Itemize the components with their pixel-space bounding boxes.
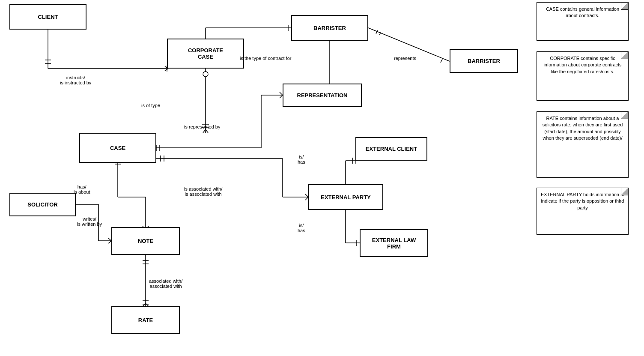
relation-is-has-external-client: is/has [298,154,305,165]
entity-client: CLIENT [9,4,86,30]
entity-external-law-firm-label: EXTERNAL LAW FIRM [372,237,416,250]
relation-writes: writes/is written by [77,216,102,227]
entity-barrister: BARRISTER [450,49,518,73]
entity-corporate-label: BARRISTER [313,25,346,31]
relation-associated-note-rate: associated with/associated with [149,278,182,289]
entity-representation-label: REPRESENTATION [297,92,348,99]
relation-is-has-external-law: is/has [298,223,305,233]
note-external-party: EXTERNAL PARTY holds information to indi… [537,188,629,235]
entity-client-label: CLIENT [38,14,58,20]
relation-type-of-contract: is the type of contract for [240,56,291,61]
svg-line-63 [108,238,111,241]
entity-external-client-label: EXTERNAL CLIENT [366,146,417,152]
svg-line-32 [280,95,283,98]
entity-external-law-firm: EXTERNAL LAW FIRM [360,229,428,257]
entity-representation: REPRESENTATION [283,84,362,107]
svg-line-12 [203,129,206,133]
relation-represents: represents [394,56,416,61]
relation-is-represented-by: is represented by [184,124,220,129]
note-external-party-text: EXTERNAL PARTY holds information to indi… [541,192,624,210]
entity-external-party: EXTERNAL PARTY [308,184,383,210]
entity-corporate-case-label: CORPORATE CASE [188,47,223,60]
note-corporate: CORPORATE contains specific information … [537,51,629,101]
relation-is-of-type: is of type [141,103,160,108]
entity-note-label: NOTE [138,238,153,244]
svg-line-71 [146,303,149,306]
note-corporate-text: CORPORATE contains specific information … [543,56,621,74]
relation-instructs: instructs/is instructed by [60,75,91,85]
entity-corporate-case: CORPORATE CASE [167,39,244,69]
note-case: CASE contains general information about … [537,2,629,41]
entity-solicitor-label: SOLICITOR [27,201,58,208]
svg-line-70 [143,303,146,306]
svg-line-39 [305,197,308,200]
entity-case-label: CASE [110,145,125,151]
svg-point-9 [203,72,208,77]
entity-rate: RATE [111,306,180,334]
entity-corporate: BARRISTER [291,15,368,41]
entity-external-party-label: EXTERNAL PARTY [321,194,371,200]
svg-line-31 [280,92,283,95]
note-case-text: CASE contains general information about … [546,6,619,18]
relation-has-is-about: has/is about [74,184,90,194]
entity-solicitor: SOLICITOR [9,193,76,216]
entity-note: NOTE [111,227,180,255]
relation-is-associated-with: is associated with/is associated with [184,186,222,197]
note-rate-text: RATE contains information about a solici… [543,116,623,141]
entity-rate-label: RATE [138,317,153,323]
diagram-container: CLIENT CORPORATE CASE BARRISTER BARRISTE… [0,0,644,356]
note-rate: RATE contains information about a solici… [537,111,629,178]
svg-line-64 [108,241,111,243]
svg-line-38 [305,194,308,197]
entity-case: CASE [79,133,156,163]
svg-line-17 [441,59,442,63]
entity-barrister-label: BARRISTER [468,58,500,64]
svg-line-13 [206,129,208,133]
entity-external-client: EXTERNAL CLIENT [355,137,427,161]
